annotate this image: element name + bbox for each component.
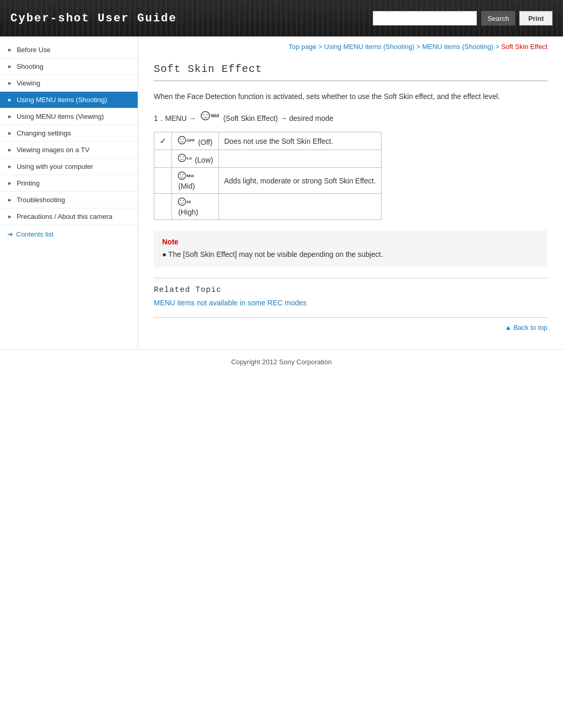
- svg-point-13: [180, 201, 181, 202]
- sidebar-item-label: Viewing images on a TV: [17, 146, 90, 154]
- chevron-right-icon: ►: [7, 147, 13, 153]
- soft-skin-lo-icon: Lo: [177, 153, 192, 163]
- search-button[interactable]: Search: [481, 11, 515, 26]
- mid-label: (Mid): [178, 182, 195, 190]
- sidebar-item-viewing-images-tv[interactable]: ► Viewing images on a TV: [0, 142, 138, 158]
- svg-point-1: [203, 114, 204, 115]
- check-cell: [154, 150, 172, 168]
- sidebar-item-changing-settings[interactable]: ► Changing settings: [0, 125, 138, 142]
- sidebar-item-precautions[interactable]: ► Precautions / About this camera: [0, 208, 138, 225]
- site-title: Cyber-shot User Guide: [0, 12, 177, 25]
- svg-point-2: [206, 114, 207, 115]
- svg-point-11: [183, 175, 184, 176]
- chevron-right-icon: ►: [7, 97, 13, 103]
- check-cell: [154, 168, 172, 194]
- breadcrumb-sep3: >: [494, 43, 501, 51]
- effect-table: ✓ OFF (Off) Does not u: [154, 132, 382, 220]
- soft-skin-hi-icon: Hi: [177, 197, 191, 206]
- breadcrumb-sep1: >: [316, 43, 324, 51]
- off-label: (Off): [198, 138, 213, 146]
- instruction-suffix: (Soft Skin Effect) → desired mode: [223, 114, 333, 122]
- chevron-right-icon: ►: [7, 80, 13, 86]
- sidebar-item-label: Printing: [17, 179, 40, 187]
- icon-cell: Lo (Low): [172, 150, 219, 168]
- low-description: [219, 150, 382, 168]
- breadcrumb-current: Soft Skin Effect: [501, 43, 547, 51]
- sidebar-item-label: Precautions / About this camera: [17, 213, 113, 220]
- related-topic-link[interactable]: MENU items not available in some REC mod…: [154, 299, 307, 307]
- svg-point-10: [180, 175, 181, 176]
- chevron-right-icon: ►: [7, 180, 13, 186]
- sidebar-item-using-computer[interactable]: ► Using with your computer: [0, 158, 138, 175]
- table-row: ✓ OFF (Off) Does not u: [154, 132, 382, 150]
- sidebar-item-using-menu-shooting[interactable]: ► Using MENU items (Shooting): [0, 92, 138, 108]
- sidebar-item-troubleshooting[interactable]: ► Troubleshooting: [0, 192, 138, 208]
- main-layout: ► Before Use ► Shooting ► Viewing ► Usin…: [0, 36, 563, 349]
- contents-list-link[interactable]: ➔ Contents list: [0, 225, 138, 243]
- mid-description: Adds light, moderate or strong Soft Skin…: [219, 168, 382, 194]
- related-topic-title: Related Topic: [154, 286, 547, 294]
- breadcrumb-sep2: >: [414, 43, 422, 51]
- chevron-right-icon: ►: [7, 114, 13, 119]
- page-title: Soft Skin Effect: [154, 57, 547, 81]
- icon-cell: Hi (High): [172, 194, 219, 220]
- sidebar-item-label: Using with your computer: [17, 163, 93, 170]
- page-description: When the Face Detection function is acti…: [154, 91, 547, 102]
- svg-point-4: [180, 139, 181, 140]
- breadcrumb: Top page > Using MENU items (Shooting) >…: [154, 36, 547, 57]
- note-text: ● The [Soft Skin Effect] may not be visi…: [162, 249, 539, 260]
- table-row: Hi (High): [154, 194, 382, 220]
- breadcrumb-menu-items-shooting[interactable]: MENU items (Shooting): [422, 43, 494, 51]
- chevron-right-icon: ►: [7, 130, 13, 136]
- soft-skin-mid-icon: Mid: [177, 171, 194, 180]
- check-cell: ✓: [154, 132, 172, 150]
- print-button[interactable]: Print: [519, 11, 553, 26]
- svg-point-5: [183, 139, 184, 140]
- check-cell: [154, 194, 172, 220]
- sidebar-item-viewing[interactable]: ► Viewing: [0, 75, 138, 92]
- search-input[interactable]: [373, 11, 477, 26]
- sidebar-item-label: Shooting: [17, 63, 43, 70]
- sidebar-item-using-menu-viewing[interactable]: ► Using MENU items (Viewing): [0, 108, 138, 125]
- header: Cyber-shot User Guide Search Print: [0, 0, 563, 36]
- contents-link-label: Contents list: [16, 230, 54, 238]
- copyright-text: Copyright 2012 Sony Corporation: [231, 358, 332, 366]
- sidebar-item-printing[interactable]: ► Printing: [0, 175, 138, 192]
- table-row: Mid (Mid) Adds light, moderate or strong…: [154, 168, 382, 194]
- svg-point-7: [180, 157, 181, 158]
- instruction-text: 1．MENU →: [154, 114, 196, 122]
- note-title: Note: [162, 238, 539, 246]
- svg-point-14: [183, 201, 184, 202]
- header-controls: Search Print: [373, 11, 563, 26]
- icon-cell: Mid (Mid): [172, 168, 219, 194]
- sidebar-item-label: Using MENU items (Shooting): [17, 96, 107, 104]
- soft-skin-off-icon: OFF: [177, 135, 195, 145]
- icon-cell: OFF (Off): [172, 132, 219, 150]
- sidebar-item-shooting[interactable]: ► Shooting: [0, 58, 138, 75]
- chevron-right-icon: ►: [7, 64, 13, 69]
- back-to-top-link[interactable]: ▲ Back to top: [505, 324, 547, 331]
- chevron-right-icon: ►: [7, 197, 13, 203]
- sidebar-item-before-use[interactable]: ► Before Use: [0, 42, 138, 58]
- svg-point-12: [178, 198, 186, 205]
- soft-skin-icon: Mid: [200, 110, 219, 121]
- off-description: Does not use the Soft Skin Effect.: [219, 132, 382, 150]
- sidebar: ► Before Use ► Shooting ► Viewing ► Usin…: [0, 36, 138, 349]
- svg-point-3: [178, 137, 186, 144]
- sidebar-item-label: Before Use: [17, 46, 51, 54]
- related-topic-section: Related Topic MENU items not available i…: [154, 278, 547, 307]
- breadcrumb-using-menu-shooting[interactable]: Using MENU items (Shooting): [324, 43, 414, 51]
- high-label: (High): [178, 208, 198, 216]
- instruction: 1．MENU → Mid (Soft Skin Effect) → desire…: [154, 110, 547, 124]
- sidebar-item-label: Troubleshooting: [17, 196, 65, 204]
- footer: Copyright 2012 Sony Corporation: [0, 349, 563, 374]
- sidebar-item-label: Viewing: [17, 79, 40, 87]
- chevron-right-icon: ►: [7, 214, 13, 219]
- svg-point-8: [183, 157, 184, 158]
- sidebar-item-label: Changing settings: [17, 129, 71, 137]
- breadcrumb-top-page[interactable]: Top page: [288, 43, 316, 51]
- back-to-top: ▲ Back to top: [154, 317, 547, 331]
- checkmark-icon: ✓: [160, 137, 166, 145]
- sidebar-item-label: Using MENU items (Viewing): [17, 113, 104, 120]
- low-label: (Low): [195, 156, 213, 164]
